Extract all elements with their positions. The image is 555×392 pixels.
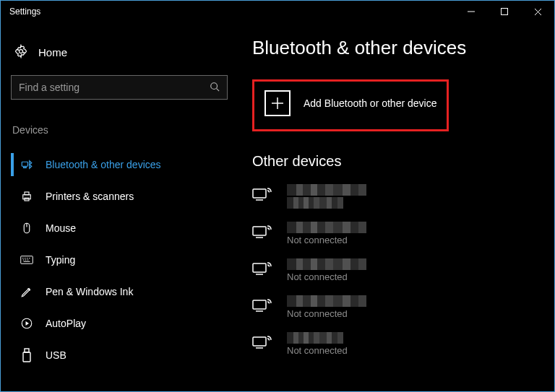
device-name-redacted	[287, 295, 366, 307]
maximize-icon	[501, 8, 508, 15]
device-icon	[252, 260, 274, 278]
svg-rect-37	[253, 337, 266, 346]
device-name-redacted	[287, 184, 366, 196]
titlebar: Settings	[1, 1, 554, 22]
sidebar-item-bluetooth[interactable]: Bluetooth & other devices	[11, 149, 228, 180]
minimize-icon	[468, 8, 475, 15]
device-status: Not connected	[287, 235, 366, 245]
maximize-button[interactable]	[488, 1, 521, 22]
device-icon	[252, 334, 274, 352]
mouse-icon	[20, 222, 34, 235]
bluetooth-devices-icon	[20, 158, 34, 171]
device-icon	[252, 223, 274, 241]
search-box[interactable]	[11, 75, 228, 100]
device-row[interactable]: Not connected	[252, 216, 547, 253]
sidebar-heading: Devices	[11, 124, 228, 136]
device-icon	[252, 297, 274, 315]
device-name-redacted	[287, 258, 366, 270]
device-name-redacted	[287, 332, 343, 344]
pen-icon	[20, 285, 34, 298]
device-sub-redacted	[287, 197, 343, 209]
sidebar-item-label: AutoPlay	[46, 318, 86, 329]
svg-rect-1	[502, 9, 508, 15]
device-row[interactable]: Not connected	[252, 326, 547, 363]
search-icon	[210, 82, 220, 94]
plus-icon	[270, 96, 285, 110]
home-label: Home	[38, 46, 67, 58]
sidebar-item-label: Typing	[46, 254, 75, 266]
window-title: Settings	[9, 6, 455, 17]
svg-rect-26	[23, 352, 30, 362]
svg-rect-8	[24, 167, 27, 168]
svg-rect-10	[25, 192, 29, 195]
sidebar-item-mouse[interactable]: Mouse	[11, 212, 228, 244]
svg-line-6	[217, 88, 220, 91]
add-device-label: Add Bluetooth or other device	[304, 97, 436, 109]
left-panel: Home Devices Bluetooth & other devices P…	[11, 41, 228, 371]
search-input[interactable]	[19, 82, 210, 93]
keyboard-icon	[20, 255, 34, 265]
sidebar-item-label: Printers & scanners	[46, 191, 134, 202]
gear-icon	[14, 44, 28, 61]
svg-point-4	[20, 50, 23, 53]
sidebar-item-typing[interactable]: Typing	[11, 244, 228, 276]
device-row[interactable]: Not connected	[252, 253, 547, 289]
sidebar-item-pen[interactable]: Pen & Windows Ink	[11, 276, 228, 308]
device-icon	[252, 186, 274, 204]
printer-icon	[20, 190, 34, 203]
sidebar-item-usb[interactable]: USB	[11, 339, 228, 371]
page-title: Bluetooth & other devices	[252, 37, 547, 59]
sidebar-item-printers[interactable]: Printers & scanners	[11, 180, 228, 212]
sidebar-item-label: Mouse	[46, 222, 76, 234]
add-device-row[interactable]: Add Bluetooth or other device	[252, 79, 449, 131]
sidebar-item-label: Bluetooth & other devices	[46, 159, 161, 170]
device-status: Not connected	[287, 308, 366, 319]
home-row[interactable]: Home	[11, 41, 228, 64]
svg-rect-7	[22, 162, 27, 166]
minimize-button[interactable]	[455, 1, 488, 22]
svg-rect-25	[25, 349, 29, 352]
svg-rect-31	[253, 227, 266, 235]
device-name-redacted	[287, 222, 366, 233]
svg-rect-33	[253, 263, 266, 272]
device-status: Not connected	[287, 271, 366, 282]
close-icon	[534, 8, 542, 16]
close-button[interactable]	[521, 1, 554, 22]
device-status: Not connected	[287, 345, 348, 356]
usb-icon	[20, 348, 34, 362]
svg-rect-29	[253, 189, 266, 198]
svg-marker-24	[26, 321, 30, 326]
svg-rect-9	[23, 195, 31, 199]
sidebar-item-label: Pen & Windows Ink	[46, 286, 133, 297]
svg-rect-14	[21, 256, 33, 264]
other-devices-heading: Other devices	[252, 153, 547, 170]
content-panel: Bluetooth & other devices Add Bluetooth …	[252, 37, 547, 363]
sidebar-item-label: USB	[46, 349, 66, 361]
autoplay-icon	[20, 317, 34, 330]
plus-box	[264, 90, 291, 116]
sidebar-item-autoplay[interactable]: AutoPlay	[11, 308, 228, 339]
device-row[interactable]: Not connected	[252, 289, 547, 326]
svg-rect-35	[253, 300, 266, 309]
device-row[interactable]	[252, 178, 547, 216]
svg-point-5	[211, 82, 218, 89]
